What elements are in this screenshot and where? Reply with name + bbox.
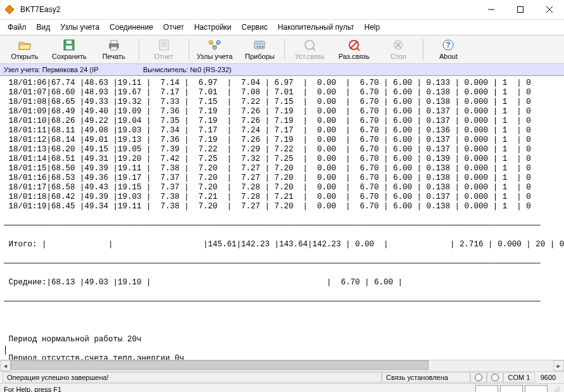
footer-no-count-period: Период отсутств.счета тепл.энергии 0ч: [4, 354, 560, 360]
info-bar: Узел учета: Пермякова 24 (IP Вычислитель…: [0, 64, 564, 76]
com-port-label: COM 1: [503, 372, 535, 383]
data-row: 18/01:06|67.74 |48.63 |19.11 | 7.14 | 6.…: [4, 79, 560, 88]
devices-icon: [253, 38, 266, 52]
svg-line-26: [313, 48, 315, 51]
disconnect-icon: [348, 38, 360, 52]
status-led-2: [487, 372, 503, 383]
svg-line-28: [357, 48, 360, 51]
status-bar: Операция успешно завершена! Связь устано…: [0, 371, 564, 383]
folder-open-icon: [18, 38, 31, 52]
svg-rect-11: [160, 40, 168, 50]
nodes-icon: [208, 38, 222, 52]
minimize-button[interactable]: [477, 0, 506, 19]
status-box: [475, 385, 498, 392]
data-row: 18/01:07|68.60 |48.93 |19.67 | 7.17 | 7.…: [4, 88, 560, 98]
svg-line-35: [553, 387, 560, 392]
scrollbar-track[interactable]: [11, 360, 553, 371]
text-caret: [5, 346, 6, 355]
baud-rate-label: 9600: [535, 372, 561, 383]
app-icon: [0, 4, 19, 15]
data-row: 18/01:13|68.20 |49.15 |19.05 | 7.39 | 7.…: [4, 145, 560, 155]
menu-file[interactable]: Файл: [4, 22, 30, 33]
question-icon: ?: [442, 38, 454, 52]
toolbar: Открыть Сохранить Печать Отчет Узлы учет…: [0, 35, 564, 64]
data-row: 18/01:12|68.14 |49.01 |19.13 | 7.36 | 7.…: [4, 136, 560, 145]
svg-line-29: [350, 41, 358, 49]
menu-connection[interactable]: Соединение: [106, 22, 157, 33]
data-row: 18/01:18|68.42 |49.39 |19.03 | 7.38 | 7.…: [4, 193, 560, 202]
svg-point-24: [262, 46, 264, 48]
data-row: 18/01:10|68.26 |49.22 |19.04 | 7.35 | 7.…: [4, 117, 560, 126]
data-row: 18/01:14|68.51 |49.31 |19.20 | 7.42 | 7.…: [4, 155, 560, 164]
menubar: Файл Вид Узлы учета Соединение Отчет Нас…: [0, 20, 564, 35]
toolbar-separator: [189, 39, 189, 60]
stop-icon: [392, 38, 404, 52]
status-box: [500, 385, 523, 392]
devices-label: Приборы: [245, 52, 275, 61]
totals-row: Итого: | | |145.61|142.23 |143.64|142.23…: [4, 240, 560, 250]
svg-rect-6: [66, 46, 72, 49]
report-label: Отчет: [154, 52, 173, 61]
window-titlebar: BKT7Easy2: [0, 0, 564, 20]
help-status-bar: For Help, press F1: [0, 383, 564, 392]
toolbar-separator: [139, 39, 139, 60]
data-row: 18/01:19|68.45 |49.34 |19.11 | 7.38 | 7.…: [4, 202, 560, 212]
connection-status: Связь установлена: [382, 372, 470, 383]
data-row: 18/01:11|68.11 |49.08 |19.03 | 7.34 | 7.…: [4, 126, 560, 136]
disconnect-label: Раз.связь: [339, 52, 370, 61]
status-message: Операция успешно завершена!: [3, 372, 382, 383]
nodes-label: Узлы учета: [197, 52, 233, 61]
averages-row: Средние:|68.13 |49.03 |19.10 | | 6.70 | …: [4, 278, 560, 288]
svg-rect-10: [111, 47, 117, 50]
data-row: 18/01:15|68.50 |49.39 |19.11 | 7.38 | 7.…: [4, 164, 560, 174]
disconnect-button[interactable]: Раз.связь: [332, 35, 376, 64]
print-button[interactable]: Печать: [92, 35, 136, 64]
svg-rect-9: [111, 41, 117, 44]
footer-normal-period: Период нормальной работы 20ч: [4, 335, 560, 345]
menu-nodes[interactable]: Узлы учета: [56, 22, 103, 33]
devices-button[interactable]: Приборы: [237, 35, 282, 64]
menu-view[interactable]: Вид: [33, 22, 54, 33]
scrollbar-thumb[interactable]: [11, 360, 429, 370]
menu-settings[interactable]: Настройки: [191, 22, 235, 33]
stop-label: Стоп: [391, 52, 406, 61]
printer-icon: [108, 38, 120, 52]
save-button[interactable]: Сохранить: [47, 35, 92, 64]
menu-service[interactable]: Сервис: [238, 22, 272, 33]
report-icon: [158, 38, 170, 52]
connect-label: Уст.связь: [295, 52, 325, 61]
svg-text:?: ?: [446, 41, 451, 49]
data-row: 18/01:08|68.65 |49.33 |19.32 | 7.33 | 7.…: [4, 98, 560, 107]
window-title: BKT7Easy2: [19, 5, 477, 14]
node-label: Узел учета: Пермякова 24 (IP: [4, 66, 143, 73]
status-box: [525, 385, 548, 392]
nodes-button[interactable]: Узлы учета: [192, 35, 238, 64]
close-button[interactable]: [535, 0, 564, 19]
maximize-button[interactable]: [506, 0, 535, 19]
menu-help[interactable]: Help: [360, 22, 384, 33]
svg-marker-0: [5, 5, 14, 14]
connect-button: Уст.связь: [287, 35, 332, 64]
calculator-label: Вычислитель: №0 (RS-232): [143, 66, 232, 73]
toolbar-separator: [284, 39, 285, 60]
report-button: Отчет: [142, 35, 186, 64]
svg-rect-2: [518, 7, 523, 13]
save-label: Сохранить: [52, 52, 87, 61]
about-button[interactable]: ? About: [426, 35, 470, 64]
data-row: 18/01:09|68.49 |49.40 |19.09 | 7.36 | 7.…: [4, 107, 560, 117]
floppy-icon: [63, 38, 75, 52]
stop-button: Стоп: [376, 35, 420, 64]
scroll-left-button[interactable]: ◄: [0, 360, 11, 371]
svg-point-23: [260, 46, 261, 48]
open-label: Открыть: [11, 52, 38, 61]
horizontal-scrollbar[interactable]: ◄ ►: [0, 360, 564, 371]
menu-pult[interactable]: Накопительный пульт: [274, 22, 358, 33]
menu-report[interactable]: Отчет: [160, 22, 188, 33]
open-button[interactable]: Открыть: [3, 35, 47, 64]
scroll-right-button[interactable]: ►: [553, 360, 564, 371]
toolbar-separator: [423, 39, 423, 60]
resize-grip-icon[interactable]: [550, 384, 560, 392]
report-text-area[interactable]: 18/01:06|67.74 |48.63 |19.11 | 7.14 | 6.…: [0, 76, 564, 360]
help-hint: For Help, press F1: [4, 386, 473, 392]
about-label: About: [439, 52, 458, 61]
